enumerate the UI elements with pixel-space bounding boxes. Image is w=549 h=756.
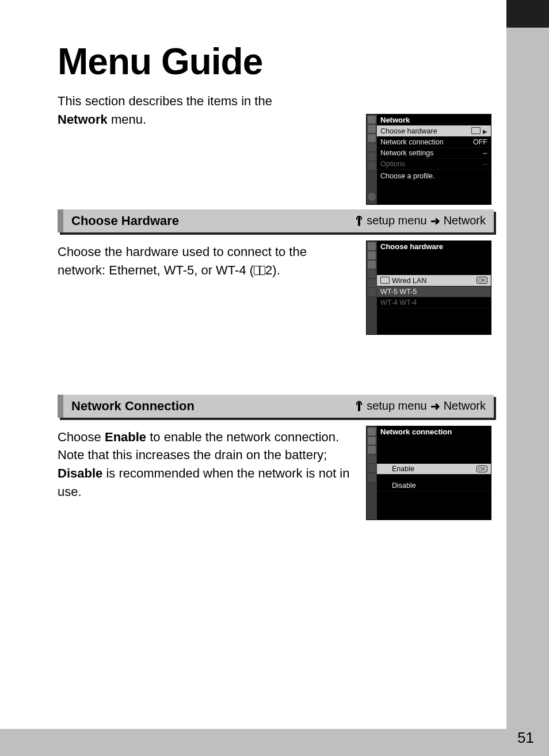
breadcrumb-target: Network bbox=[444, 399, 486, 413]
ok-badge: OK bbox=[476, 277, 487, 284]
network-icon bbox=[471, 127, 481, 134]
page-reference-icon bbox=[254, 266, 265, 275]
menu-row-label: Disable bbox=[392, 482, 416, 490]
sidebar-icon bbox=[368, 437, 376, 445]
wrench-icon bbox=[355, 401, 363, 411]
sidebar-icon bbox=[368, 464, 376, 472]
menu-row-label-text: Wired LAN bbox=[392, 277, 426, 285]
bar-accent bbox=[58, 209, 63, 232]
page-sheet: Menu Guide This section describes the it… bbox=[0, 0, 506, 729]
menu-row-label: Network connection bbox=[380, 138, 444, 146]
menu-row-value: -- bbox=[483, 160, 487, 168]
screenshot-network-menu: Network Choose hardware ▶ Network connec… bbox=[366, 114, 491, 205]
sidebar-icon bbox=[368, 455, 376, 463]
screenshot-choose-hardware: Choose hardware Wired LAN OK WT-5 WT-5 W… bbox=[366, 240, 491, 335]
intro-bold: Network bbox=[58, 112, 108, 127]
camera-sidebar-icons bbox=[367, 114, 377, 204]
menu-row-disabled: WT-4 WT-4 bbox=[377, 297, 491, 308]
menu-row-choose-hardware: Choose hardware ▶ bbox=[377, 125, 491, 137]
menu-row-value: -- bbox=[483, 149, 487, 157]
sidebar-icon bbox=[368, 143, 376, 151]
screenshot-network-connection: Network connection Enable OK Disable bbox=[366, 426, 491, 520]
sidebar-icon bbox=[368, 152, 376, 161]
camera-sidebar-icons bbox=[367, 426, 377, 520]
camera-menu-body: Choose hardware Wired LAN OK WT-5 WT-5 W… bbox=[377, 241, 491, 334]
bar-accent bbox=[58, 395, 63, 418]
camera-menu-header: Choose hardware bbox=[377, 241, 491, 252]
body-text-after: ). bbox=[272, 263, 280, 277]
menu-row-wired-lan: Wired LAN OK bbox=[377, 275, 491, 287]
camera-menu-body: Network Choose hardware ▶ Network connec… bbox=[377, 114, 491, 204]
page-title: Menu Guide bbox=[58, 40, 494, 83]
camera-sidebar-icons bbox=[367, 241, 377, 334]
menu-row-value: ▶ bbox=[471, 127, 487, 135]
body-ref-number: 2 bbox=[265, 263, 272, 277]
intro-text: This section describes the items in the bbox=[58, 94, 272, 108]
menu-row-label: Network settings bbox=[380, 149, 433, 157]
menu-row: Network connection OFF bbox=[377, 137, 491, 148]
sidebar-icon bbox=[368, 116, 376, 124]
page-content: Menu Guide This section describes the it… bbox=[58, 40, 494, 501]
menu-row-label: Options bbox=[380, 160, 405, 168]
sidebar-icon bbox=[368, 474, 376, 482]
menu-row-value: OFF bbox=[473, 138, 487, 146]
wrench-icon bbox=[355, 216, 363, 226]
arrow-right-icon: ➜ bbox=[430, 214, 440, 228]
section-title: Choose Hardware bbox=[71, 213, 179, 228]
menu-row: WT-5 WT-5 bbox=[377, 287, 491, 297]
network-icon bbox=[380, 277, 390, 284]
menu-row: Network settings -- bbox=[377, 148, 491, 159]
bar: Choose Hardware setup menu ➜ Network bbox=[58, 209, 494, 232]
body-bold: Disable bbox=[58, 466, 102, 480]
breadcrumb-setup: setup menu bbox=[367, 399, 427, 413]
section-header-bar: Network Connection setup menu ➜ Network bbox=[58, 395, 494, 420]
breadcrumb-setup: setup menu bbox=[367, 214, 427, 227]
camera-menu-header: Network connection bbox=[377, 426, 491, 437]
sidebar-icon bbox=[368, 162, 376, 170]
breadcrumb-target: Network bbox=[444, 214, 486, 227]
intro-paragraph: This section describes the items in the … bbox=[58, 92, 311, 129]
section-header-bar: Choose Hardware setup menu ➜ Network bbox=[58, 209, 494, 235]
menu-footer-hint: Choose a profile. bbox=[377, 170, 491, 182]
menu-row-label: WT-5 WT-5 bbox=[380, 288, 417, 296]
menu-row-disable: Disable bbox=[377, 480, 491, 491]
sidebar-icon bbox=[368, 446, 376, 454]
menu-row-enable: Enable OK bbox=[377, 464, 491, 475]
menu-row-label: Wired LAN bbox=[380, 276, 426, 285]
section-choose-hardware: Choose Hardware setup menu ➜ Network Cho… bbox=[58, 209, 494, 280]
menu-row-label: Enable bbox=[392, 465, 414, 473]
sidebar-icon bbox=[368, 251, 376, 259]
sidebar-icon bbox=[368, 270, 376, 278]
chevron-right-icon: ▶ bbox=[483, 128, 487, 135]
arrow-right-icon: ➜ bbox=[430, 399, 440, 413]
menu-row-disabled: Options -- bbox=[377, 159, 491, 170]
sidebar-icon bbox=[368, 279, 376, 287]
sidebar-icon bbox=[368, 261, 376, 269]
sidebar-icon bbox=[368, 427, 376, 436]
menu-row-label: Choose hardware bbox=[380, 127, 437, 135]
breadcrumb: setup menu ➜ Network bbox=[355, 399, 486, 413]
menu-row-label: WT-4 WT-4 bbox=[380, 299, 417, 307]
help-icon bbox=[368, 193, 376, 201]
sidebar-icon bbox=[368, 134, 376, 142]
page-number: 51 bbox=[517, 729, 534, 747]
bar: Network Connection setup menu ➜ Network bbox=[58, 395, 494, 418]
sidebar-icon bbox=[368, 242, 376, 250]
section-body: Choose the hardware used to connect to t… bbox=[58, 243, 357, 280]
ok-badge: OK bbox=[476, 465, 487, 472]
sidebar-icon bbox=[368, 125, 376, 133]
section-title: Network Connection bbox=[71, 399, 195, 414]
section-network-connection: Network Connection setup menu ➜ Network … bbox=[58, 395, 494, 502]
body-bold: Enable bbox=[105, 430, 146, 444]
intro-text-after: menu. bbox=[108, 112, 146, 127]
camera-menu-header: Network bbox=[377, 114, 491, 125]
section-body: Choose Enable to enable the network conn… bbox=[58, 428, 357, 502]
breadcrumb: setup menu ➜ Network bbox=[355, 214, 486, 228]
sidebar-icon bbox=[368, 288, 376, 296]
body-text: Choose bbox=[58, 430, 105, 444]
camera-menu-body: Network connection Enable OK Disable bbox=[377, 426, 491, 520]
